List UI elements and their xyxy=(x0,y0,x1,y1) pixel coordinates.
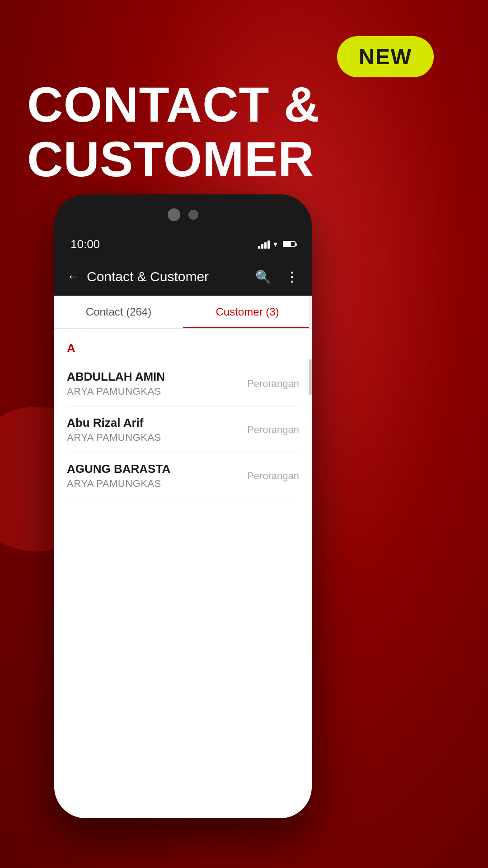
list-item-info: ABDULLAH AMIN ARYA PAMUNGKAS xyxy=(67,370,247,397)
list-item[interactable]: ABDULLAH AMIN ARYA PAMUNGKAS Perorangan xyxy=(67,361,299,407)
tab-customer[interactable]: Customer (3) xyxy=(183,296,312,328)
signal-bar-3 xyxy=(264,242,267,249)
page-title: CONTACT & CUSTOMER xyxy=(27,77,488,186)
status-icons: ▾ xyxy=(258,239,296,249)
tab-contact[interactable]: Contact (264) xyxy=(54,296,183,328)
signal-bar-2 xyxy=(261,244,263,249)
status-time: 10:00 xyxy=(70,237,100,251)
camera-main xyxy=(168,208,180,221)
battery-icon xyxy=(283,241,296,247)
new-badge: NEW xyxy=(337,36,434,77)
section-letter-a: A xyxy=(67,329,299,361)
contact-type: Perorangan xyxy=(247,424,299,436)
header-title: Contact & Customer xyxy=(87,269,248,284)
search-icon[interactable]: 🔍 xyxy=(255,269,271,284)
list-item-info: Abu Rizal Arif ARYA PAMUNGKAS xyxy=(67,416,247,443)
more-options-icon[interactable]: ⋮ xyxy=(286,269,299,284)
contact-sub: ARYA PAMUNGKAS xyxy=(67,386,247,397)
phone-frame: 10:00 ▾ ← Contact & Customer xyxy=(54,194,312,818)
phone-mockup: 10:00 ▾ ← Contact & Customer xyxy=(54,194,312,818)
signal-icon xyxy=(258,240,270,249)
contact-name: AGUNG BARASTA xyxy=(67,462,247,476)
list-item-info: AGUNG BARASTA ARYA PAMUNGKAS xyxy=(67,462,247,490)
signal-bar-1 xyxy=(258,246,260,249)
contact-name: ABDULLAH AMIN xyxy=(67,370,247,384)
back-button[interactable]: ← xyxy=(67,269,80,284)
wifi-icon: ▾ xyxy=(273,239,277,249)
battery-fill xyxy=(284,242,291,246)
contact-name: Abu Rizal Arif xyxy=(67,416,247,430)
signal-bar-4 xyxy=(267,241,270,249)
scroll-thumb xyxy=(309,359,312,395)
app-header: ← Contact & Customer 🔍 ⋮ xyxy=(54,258,312,296)
phone-content: Contact (264) Customer (3) A ABDULLAH AM… xyxy=(54,296,312,818)
list-item[interactable]: Abu Rizal Arif ARYA PAMUNGKAS Perorangan xyxy=(67,407,299,453)
tabs-container: Contact (264) Customer (3) xyxy=(54,296,312,329)
content-area: A ABDULLAH AMIN ARYA PAMUNGKAS Peroranga… xyxy=(54,329,312,818)
contact-type: Perorangan xyxy=(247,470,299,482)
list-item[interactable]: AGUNG BARASTA ARYA PAMUNGKAS Perorangan xyxy=(67,453,299,499)
scroll-indicator xyxy=(309,296,312,328)
contact-sub: ARYA PAMUNGKAS xyxy=(67,432,247,443)
phone-camera-area xyxy=(54,194,312,231)
contact-sub: ARYA PAMUNGKAS xyxy=(67,478,247,490)
contact-type: Perorangan xyxy=(247,378,299,390)
status-bar: 10:00 ▾ xyxy=(54,231,312,258)
camera-secondary xyxy=(188,210,198,220)
